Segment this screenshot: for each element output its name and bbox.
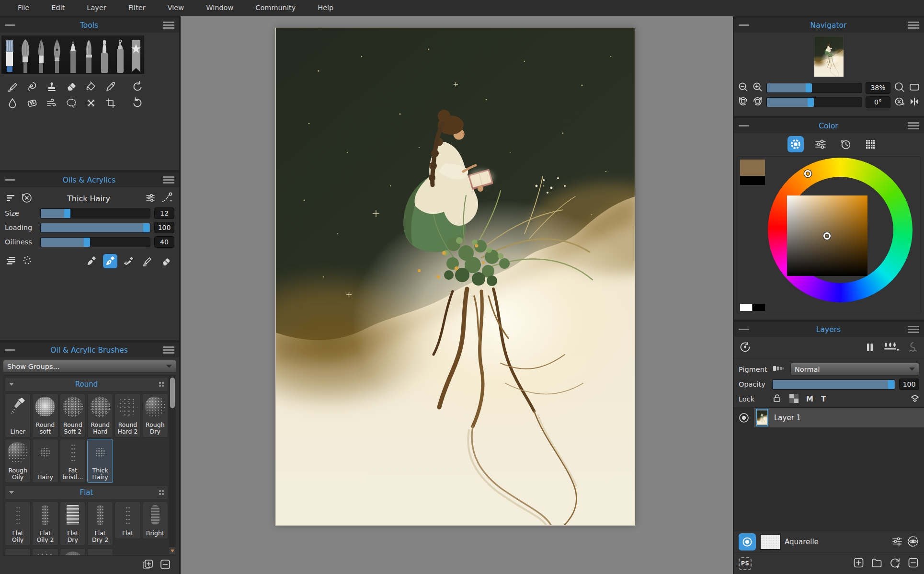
brush-bright[interactable]: Bright xyxy=(142,502,168,539)
brush-list-scrollbar[interactable] xyxy=(169,376,175,555)
menu-view[interactable]: View xyxy=(158,0,194,16)
rotation-slider[interactable] xyxy=(766,97,862,107)
rotate-left-icon[interactable] xyxy=(738,96,749,108)
lock-position-icon[interactable] xyxy=(772,393,782,404)
category-watercolor-icon[interactable] xyxy=(33,35,49,74)
collapse-icon[interactable] xyxy=(739,24,749,26)
current-color-swatch[interactable] xyxy=(740,160,765,176)
zoom-in-icon[interactable] xyxy=(752,81,763,94)
brush-round-hard[interactable]: Round Hard xyxy=(87,393,113,437)
category-oils-icon[interactable] xyxy=(1,35,17,74)
paper-texture-thumbnail[interactable] xyxy=(760,534,781,550)
add-layer-button[interactable] xyxy=(853,557,865,570)
layer-visibility-options-icon[interactable] xyxy=(911,394,919,404)
wetness-icon[interactable] xyxy=(883,342,899,355)
brush-flat-dry-2[interactable]: Flat Dry 2 xyxy=(87,502,113,546)
ps-compatibility-badge[interactable]: PS xyxy=(739,557,752,570)
menu-layer[interactable]: Layer xyxy=(77,0,116,16)
draw-tool-icon[interactable] xyxy=(6,80,19,93)
layer-row[interactable]: Layer 1 xyxy=(734,408,924,427)
brush-tile[interactable] xyxy=(87,548,113,556)
fit-screen-icon[interactable] xyxy=(909,81,920,94)
navigator-thumbnail[interactable] xyxy=(814,35,844,78)
collapse-icon[interactable] xyxy=(739,329,749,330)
brush-hairy[interactable]: Hairy xyxy=(32,439,58,483)
eyedropper-tool-icon[interactable] xyxy=(104,80,117,93)
delete-layer-button[interactable] xyxy=(907,557,919,570)
streaks-icon[interactable] xyxy=(6,255,17,268)
layer-name[interactable]: Layer 1 xyxy=(774,413,801,422)
brush-tile[interactable] xyxy=(32,548,58,556)
reset-rotation-icon[interactable] xyxy=(894,96,905,109)
color-sliders-mode-icon[interactable] xyxy=(812,136,829,152)
view-refresh-icon[interactable] xyxy=(739,341,752,355)
menu-help[interactable]: Help xyxy=(308,0,343,16)
show-groups-dropdown[interactable]: Show Groups... xyxy=(3,360,176,373)
paper-visibility-icon[interactable] xyxy=(739,533,756,551)
group-round-header[interactable]: Round xyxy=(5,377,168,391)
panel-menu-icon[interactable] xyxy=(908,326,919,333)
canvas-viewport[interactable] xyxy=(181,16,733,574)
pause-preview-icon[interactable] xyxy=(865,342,875,354)
black-swatch[interactable] xyxy=(753,304,765,311)
paint-mode-icon[interactable] xyxy=(84,254,99,268)
blow-tool-icon[interactable] xyxy=(46,97,58,109)
brush-round-soft-2[interactable]: Round Soft 2 xyxy=(60,393,86,437)
remove-brush-button[interactable] xyxy=(159,558,171,572)
scroll-down-button[interactable] xyxy=(169,547,175,554)
layer-visibility-icon[interactable] xyxy=(734,412,754,424)
brush-flat-dry[interactable]: Flat Dry xyxy=(60,502,86,546)
group-flat-header[interactable]: Flat xyxy=(5,485,168,500)
brush-round-soft[interactable]: Round soft xyxy=(32,393,58,437)
group-drag-handle[interactable] xyxy=(159,382,164,387)
lock-alpha-icon[interactable] xyxy=(789,394,799,404)
secondary-color-swatch[interactable] xyxy=(740,176,765,185)
flip-horizontal-icon[interactable] xyxy=(909,96,920,109)
scrollbar-thumb[interactable] xyxy=(170,378,175,408)
group-collapse-icon[interactable] xyxy=(9,383,14,386)
category-marker-icon[interactable] xyxy=(96,35,112,74)
color-wheel-mode-icon[interactable] xyxy=(787,136,804,152)
category-ink-icon[interactable] xyxy=(49,35,65,74)
dry-brush-mode-icon[interactable] xyxy=(122,254,136,268)
brush-liner[interactable]: Liner xyxy=(5,393,31,437)
merge-down-button[interactable] xyxy=(889,557,901,570)
lock-mask-toggle[interactable]: M xyxy=(806,395,813,403)
paint-mix-mode-icon[interactable] xyxy=(103,254,117,268)
panel-menu-icon[interactable] xyxy=(908,122,919,129)
category-knife-icon[interactable] xyxy=(80,35,96,74)
panel-menu-icon[interactable] xyxy=(163,346,174,354)
add-group-button[interactable] xyxy=(871,557,883,570)
undo-icon[interactable] xyxy=(131,80,144,93)
brush-flat-oily[interactable]: Flat Oily xyxy=(5,502,31,546)
brush-rough-dry[interactable]: Rough Dry xyxy=(142,393,168,437)
water-tool-icon[interactable] xyxy=(6,97,19,109)
blend-mode-dropdown[interactable]: Normal xyxy=(790,363,919,376)
paper-layer-name[interactable]: Aquarelle xyxy=(785,538,888,546)
brush-flat-oily-2[interactable]: Flat Oily 2 xyxy=(32,502,58,546)
brush-thick-hairy[interactable]: Thick Hairy xyxy=(87,439,113,483)
layers-panel-header[interactable]: Layers xyxy=(734,322,924,337)
stroke-dynamics-icon[interactable] xyxy=(161,192,173,205)
brushes-panel-header[interactable]: Oil & Acrylic Brushes xyxy=(0,343,179,357)
size-slider[interactable] xyxy=(40,208,150,218)
panel-menu-icon[interactable] xyxy=(908,22,919,29)
transform-tool-icon[interactable] xyxy=(85,97,97,109)
paper-preview-icon[interactable] xyxy=(907,535,919,549)
brush-tile[interactable] xyxy=(60,548,86,556)
size-value[interactable]: 12 xyxy=(154,207,174,219)
rotate-right-icon[interactable] xyxy=(752,96,763,108)
category-oil-round-icon[interactable] xyxy=(17,35,33,74)
group-collapse-icon[interactable] xyxy=(9,491,14,494)
panel-menu-icon[interactable] xyxy=(163,22,174,29)
eraser-tool-icon[interactable] xyxy=(65,80,78,93)
menu-filter[interactable]: Filter xyxy=(118,0,156,16)
opacity-slider[interactable] xyxy=(772,379,895,390)
sponge-tool-icon[interactable] xyxy=(26,97,38,109)
dry-layer-icon[interactable] xyxy=(907,341,919,355)
zoom-slider[interactable] xyxy=(766,83,862,93)
paper-settings-icon[interactable] xyxy=(891,536,903,548)
brush-round-hard-2[interactable]: Round Hard 2 xyxy=(114,393,140,437)
menu-file[interactable]: File xyxy=(8,0,39,16)
scatter-icon[interactable] xyxy=(22,255,33,268)
